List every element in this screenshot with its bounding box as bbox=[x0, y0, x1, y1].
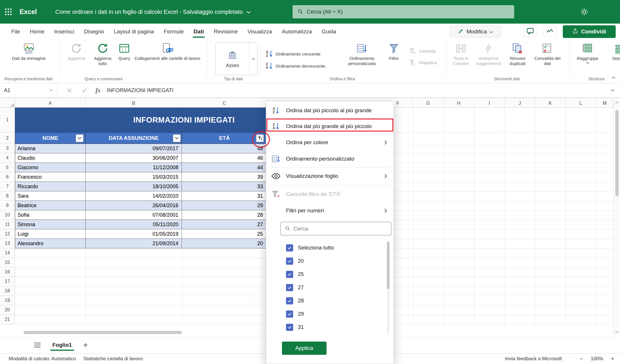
filter-checkbox-29[interactable]: 29 bbox=[266, 307, 394, 321]
ribbon-button-rimuovi-duplicati[interactable]: Rimuovi duplicati bbox=[503, 42, 532, 66]
ribbon-button-cancella[interactable]: Cancella bbox=[409, 46, 446, 56]
azioni-gallery[interactable]: Azioni bbox=[215, 42, 257, 75]
feedback-link[interactable]: Invia feedback a Microsoft bbox=[505, 356, 562, 362]
cell-b8[interactable]: 14/02/2010 bbox=[86, 191, 182, 201]
ribbon-button-filtro[interactable]: Filtro bbox=[385, 42, 403, 61]
filter-checkbox-20[interactable]: 20 bbox=[266, 254, 394, 268]
vertical-scroll-thumb[interactable] bbox=[615, 110, 619, 196]
sheet-tab-foglio1[interactable]: Foglio1 bbox=[50, 337, 74, 353]
tab-formule[interactable]: Formule bbox=[159, 24, 189, 39]
cell-b6[interactable]: 15/03/2015 bbox=[86, 172, 182, 182]
cell-a10[interactable]: Sofia bbox=[15, 210, 86, 220]
tab-disegno[interactable]: Disegno bbox=[79, 24, 109, 39]
azioni-gallery-main[interactable]: Azioni bbox=[216, 43, 249, 75]
tab-layout-di-pagina[interactable]: Layout di pagina bbox=[109, 24, 159, 39]
cell-a13[interactable]: Alessandro bbox=[15, 239, 86, 248]
menu-item-ordina-dal-piu-piccolo-al-piu-grande[interactable]: AZOrdina dal più piccolo al più grande bbox=[266, 102, 394, 118]
cell-a4[interactable]: Claudio bbox=[15, 153, 86, 163]
tab-dati[interactable]: Dati bbox=[189, 24, 209, 39]
ribbon-button-collegamenti-alle-cartelle-di-lavoro[interactable]: Collegamenti alle cartelle di lavoro bbox=[133, 42, 201, 61]
comments-button[interactable] bbox=[524, 26, 537, 37]
filter-checkbox-31[interactable]: 31 bbox=[266, 321, 394, 334]
ribbon-button-riapplica[interactable]: Riapplica bbox=[409, 57, 446, 68]
collapse-ribbon-icon[interactable] bbox=[611, 75, 617, 80]
global-search-box[interactable] bbox=[293, 5, 514, 18]
cell-b3[interactable]: 09/07/2017 bbox=[86, 144, 182, 153]
cell-a6[interactable]: Francesco bbox=[15, 172, 86, 182]
filter-checkbox-seleziona-tutto[interactable]: Seleziona tutto bbox=[266, 241, 394, 254]
ribbon-button-aggiorna[interactable]: Aggiorna bbox=[63, 42, 89, 61]
zoom-level[interactable]: 100% bbox=[591, 356, 603, 362]
cell-a3[interactable]: Arianna bbox=[15, 144, 86, 153]
menu-item-ordinamento-personalizzato[interactable]: Ordinamento personalizzato bbox=[266, 151, 394, 167]
insert-function-icon[interactable]: fx bbox=[96, 83, 101, 98]
filter-button-nome[interactable] bbox=[76, 134, 83, 142]
cell-a11[interactable]: Simona bbox=[15, 220, 86, 229]
search-input[interactable] bbox=[307, 9, 510, 15]
table-header-nome[interactable]: NOME bbox=[15, 133, 86, 144]
app-launcher-waffle-icon[interactable] bbox=[0, 0, 17, 24]
checkbox-checked-icon[interactable] bbox=[286, 284, 293, 291]
tab-file[interactable]: File bbox=[6, 24, 25, 39]
ribbon-button-anteprima-suggerimenti[interactable]: Anteprima suggerimenti bbox=[474, 42, 503, 66]
cancel-entry-icon[interactable] bbox=[67, 83, 72, 98]
tab-automatizza[interactable]: Automatizza bbox=[277, 24, 317, 39]
tab-visualizza[interactable]: Visualizza bbox=[243, 24, 277, 39]
modifica-mode-button[interactable]: Modifica bbox=[450, 26, 501, 37]
ribbon-button-aggiorna-tutto[interactable]: Aggiorna tutto bbox=[90, 42, 116, 66]
calc-mode-status[interactable]: Modalità di calcolo: Automatico bbox=[9, 356, 76, 362]
condividi-share-button[interactable]: Condividi bbox=[563, 25, 616, 38]
ribbon-button-ordinamento-personalizzato[interactable]: Ordinamento personalizzato bbox=[340, 42, 384, 66]
filter-checkbox-27[interactable]: 27 bbox=[266, 281, 394, 294]
cell-b12[interactable]: 01/05/2019 bbox=[86, 229, 182, 239]
checkbox-checked-icon[interactable] bbox=[286, 271, 293, 278]
menu-item-visualizzazione-foglio[interactable]: Visualizzazione foglio bbox=[266, 168, 394, 184]
confirm-entry-icon[interactable] bbox=[82, 83, 87, 98]
menu-item-ordina-per-colore[interactable]: Ordina per colore bbox=[266, 134, 394, 150]
cell-c13[interactable]: 20 bbox=[182, 239, 267, 248]
workbook-stats-status[interactable]: Statistiche cartella di lavoro bbox=[83, 356, 143, 362]
cell-c8[interactable]: 31 bbox=[182, 191, 267, 201]
cell-b4[interactable]: 30/06/2007 bbox=[86, 153, 182, 163]
tab-guida[interactable]: Guida bbox=[317, 24, 341, 39]
filter-checkbox-28[interactable]: 28 bbox=[266, 294, 394, 307]
filter-button-data-assunzione[interactable] bbox=[173, 134, 181, 142]
cell-a12[interactable]: Luigi bbox=[15, 229, 86, 239]
expand-formula-bar-icon[interactable] bbox=[611, 83, 615, 98]
zoom-out-button[interactable]: − bbox=[580, 355, 583, 362]
ribbon-button-ordinamento-crescente[interactable]: AZOrdinamento crescente bbox=[265, 49, 339, 59]
cell-c5[interactable]: 44 bbox=[182, 163, 267, 172]
checkbox-checked-icon[interactable] bbox=[286, 258, 293, 265]
ribbon-button-raggruppa[interactable]: Raggruppa bbox=[573, 42, 602, 64]
add-sheet-button[interactable]: + bbox=[83, 341, 88, 349]
filter-checkbox-25[interactable]: 25 bbox=[266, 268, 394, 281]
cell-b10[interactable]: 07/08/2001 bbox=[86, 210, 182, 220]
checkbox-checked-icon[interactable] bbox=[286, 297, 293, 304]
filter-search-box[interactable] bbox=[281, 222, 391, 235]
cell-c4[interactable]: 46 bbox=[182, 153, 267, 163]
ribbon-button-convalida-dei-dati[interactable]: Convalida dei dati bbox=[533, 42, 562, 66]
cell-b11[interactable]: 05/11/2020 bbox=[86, 220, 182, 229]
workbook-statistics-button[interactable] bbox=[543, 26, 556, 37]
filter-search-input[interactable] bbox=[293, 226, 387, 232]
cell-b13[interactable]: 21/09/2014 bbox=[86, 239, 182, 248]
apply-filter-button[interactable]: Applica bbox=[282, 342, 327, 355]
cell-c11[interactable]: 27 bbox=[182, 220, 267, 229]
cell-a8[interactable]: Sara bbox=[15, 191, 86, 201]
cell-a7[interactable]: Riccardo bbox=[15, 182, 86, 191]
cell-b9[interactable]: 26/04/2016 bbox=[86, 201, 182, 210]
tab-revisione[interactable]: Revisione bbox=[209, 24, 243, 39]
all-sheets-menu-icon[interactable] bbox=[34, 342, 41, 348]
menu-item-filtri-per-numeri[interactable]: Filtri per numeri bbox=[266, 203, 394, 218]
name-box[interactable]: A1 bbox=[0, 83, 58, 98]
cell-c12[interactable]: 25 bbox=[182, 229, 267, 239]
ribbon-button-query[interactable]: Query bbox=[116, 42, 133, 61]
checkbox-checked-icon[interactable] bbox=[286, 324, 293, 331]
ribbon-button-separa[interactable]: Separa bbox=[604, 42, 620, 61]
cell-c10[interactable]: 28 bbox=[182, 210, 267, 220]
cell-c6[interactable]: 39 bbox=[182, 172, 267, 182]
ribbon-button-testo-in-colonne[interactable]: Testo in Colonne bbox=[448, 42, 474, 66]
ribbon-button-dati-da-immagine[interactable]: Dati da immagine bbox=[11, 42, 47, 61]
checkbox-checked-icon[interactable] bbox=[286, 244, 293, 251]
zoom-in-button[interactable]: + bbox=[611, 355, 614, 362]
